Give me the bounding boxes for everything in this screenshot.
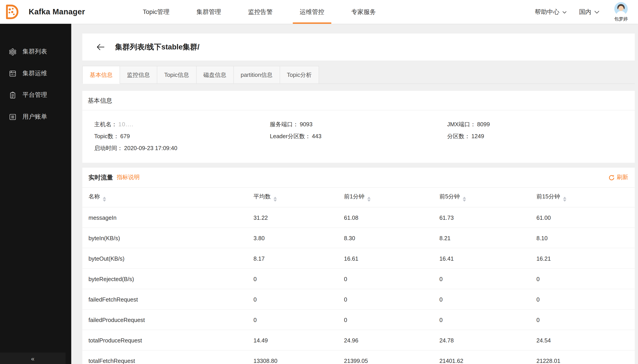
field-jmx-port: JMX端口：8099 [447, 120, 635, 128]
nav-cluster-manage[interactable]: 集群管理 [183, 0, 235, 24]
tab-disk-info[interactable]: 磁盘信息 [196, 66, 234, 84]
cluster-honeycomb-icon [9, 48, 17, 56]
help-center-label: 帮助中心 [535, 8, 559, 16]
sidebar-item-cluster-list[interactable]: 集群列表 [0, 41, 71, 62]
sidebar-item-cluster-ops[interactable]: 集群运维 [0, 63, 71, 84]
metric-avg-cell: 8.17 [254, 248, 344, 268]
refresh-button[interactable]: 刷新 [608, 174, 628, 181]
field-start-time: 启动时间：2020-09-23 17:09:40 [94, 144, 270, 152]
metric-5min-cell: 8.21 [439, 228, 536, 248]
server-monitor-icon [9, 70, 17, 77]
metric-15min-cell: 0 [537, 268, 635, 289]
metric-name-cell: failedFetchRequest [82, 289, 254, 310]
clipboard-icon [9, 92, 17, 99]
main-content: 集群列表/线下stable集群/ 基本信息 监控信息 Topic信息 磁盘信息 … [71, 24, 638, 364]
metric-doc-link[interactable]: 指标说明 [117, 174, 140, 181]
topbar: Kafka Manager Topic管理 集群管理 监控告警 运维管控 专家服… [0, 0, 638, 24]
column-header-last-1min[interactable]: 前1分钟 [344, 188, 439, 207]
refresh-label: 刷新 [617, 174, 628, 181]
sidebar-item-user-billing[interactable]: 用户账单 [0, 106, 71, 128]
column-header-name[interactable]: 名称 [82, 188, 254, 207]
detail-tabs: 基本信息 监控信息 Topic信息 磁盘信息 partition信息 Topic… [82, 66, 635, 84]
metric-5min-cell: 0 [439, 268, 536, 289]
tab-topic-analysis[interactable]: Topic分析 [279, 66, 319, 84]
metric-1min-cell: 8.30 [344, 228, 439, 248]
chevron-down-icon [594, 10, 599, 14]
tab-partition-info[interactable]: partition信息 [233, 66, 280, 84]
app-logo-icon [4, 4, 20, 20]
metric-name-cell: messageIn [82, 207, 254, 228]
nav-monitor-alert[interactable]: 监控告警 [235, 0, 286, 24]
region-menu[interactable]: 国内 [579, 8, 599, 16]
basic-info-title: 基本信息 [82, 91, 635, 110]
metric-name-cell: totalFetchRequest [82, 350, 254, 364]
basic-info-card: 基本信息 主机名：10.... 服务端口：9093 JMX端口：8099 Top… [82, 91, 635, 163]
metric-name-cell: totalProduceRequest [82, 330, 254, 350]
table-row: messageIn 31.22 61.08 61.73 61.00 [82, 207, 635, 228]
sidebar-collapse-button[interactable]: « [0, 352, 66, 364]
column-header-last-15min[interactable]: 前15分钟 [537, 188, 635, 207]
sort-icon[interactable] [274, 197, 277, 202]
help-center-menu[interactable]: 帮助中心 [535, 8, 567, 16]
sidebar-item-label: 集群列表 [23, 48, 47, 56]
metric-5min-cell: 0 [439, 289, 536, 310]
sort-icon[interactable] [563, 197, 566, 202]
metric-avg-cell: 0 [254, 268, 344, 289]
table-row: failedFetchRequest 0 0 0 0 [82, 289, 635, 310]
table-row: totalFetchRequest 13308.80 21399.05 2140… [82, 350, 635, 364]
field-leader-partition-count: Leader分区数：443 [270, 132, 447, 140]
realtime-flow-title: 实时流量 [88, 174, 113, 182]
metric-1min-cell: 61.08 [344, 207, 439, 228]
app-window: Kafka Manager Topic管理 集群管理 监控告警 运维管控 专家服… [0, 0, 638, 364]
avatar[interactable] [614, 2, 628, 15]
metric-avg-cell: 14.49 [254, 330, 344, 350]
metric-5min-cell: 61.73 [439, 207, 536, 228]
sort-icon[interactable] [463, 197, 466, 202]
field-service-port: 服务端口：9093 [270, 120, 447, 128]
metric-name-cell: byteRejected(B/s) [82, 268, 254, 289]
metric-name-cell: byteOut(KB/s) [82, 248, 254, 268]
metric-avg-cell: 0 [254, 289, 344, 310]
metric-avg-cell: 3.80 [254, 228, 344, 248]
sort-icon[interactable] [103, 197, 106, 202]
metric-1min-cell: 24.96 [344, 330, 439, 350]
metrics-table: 名称 平均数 前1分钟 前5分钟 前15分钟 messageIn 31.22 6… [82, 188, 635, 364]
sidebar: 集群列表 集群运维 平台管理 [0, 24, 71, 364]
metric-15min-cell: 8.10 [537, 228, 635, 248]
realtime-flow-header: 实时流量 指标说明 刷新 [82, 168, 635, 187]
list-icon [9, 113, 17, 120]
brand: Kafka Manager [4, 4, 85, 20]
user-menu[interactable]: 包梦婷 [614, 2, 628, 22]
sidebar-item-platform-manage[interactable]: 平台管理 [0, 84, 71, 106]
nav-ops-control[interactable]: 运维管控 [286, 0, 338, 24]
metric-1min-cell: 21399.05 [344, 350, 439, 364]
column-header-last-5min[interactable]: 前5分钟 [439, 188, 536, 207]
breadcrumb-bar: 集群列表/线下stable集群/ [82, 34, 635, 60]
metric-avg-cell: 31.22 [254, 207, 344, 228]
metric-5min-cell: 21401.62 [439, 350, 536, 364]
back-button[interactable] [97, 44, 105, 50]
field-partition-count: 分区数：1249 [447, 132, 635, 140]
tab-topic-info[interactable]: Topic信息 [157, 66, 196, 84]
sidebar-item-label: 用户账单 [23, 113, 47, 121]
tab-monitor-info[interactable]: 监控信息 [120, 66, 157, 84]
tab-basic-info[interactable]: 基本信息 [82, 66, 120, 84]
table-row: byteIn(KB/s) 3.80 8.30 8.21 8.10 [82, 228, 635, 248]
metric-name-cell: byteIn(KB/s) [82, 228, 254, 248]
metric-15min-cell: 0 [537, 289, 635, 310]
metric-15min-cell: 24.54 [537, 330, 635, 350]
table-row: totalProduceRequest 14.49 24.96 24.78 24… [82, 330, 635, 350]
column-header-avg[interactable]: 平均数 [254, 188, 344, 207]
field-topic-count: Topic数：679 [94, 132, 270, 140]
region-label: 国内 [579, 8, 591, 16]
metric-1min-cell: 0 [344, 310, 439, 330]
nav-topic-manage[interactable]: Topic管理 [129, 0, 183, 24]
sort-icon[interactable] [367, 197, 370, 202]
metric-avg-cell: 0 [254, 310, 344, 330]
nav-expert-service[interactable]: 专家服务 [338, 0, 389, 24]
app-title: Kafka Manager [29, 8, 85, 16]
metric-15min-cell: 21228.01 [537, 350, 635, 364]
username-label: 包梦婷 [614, 16, 628, 22]
metric-15min-cell: 0 [537, 310, 635, 330]
metric-1min-cell: 0 [344, 289, 439, 310]
